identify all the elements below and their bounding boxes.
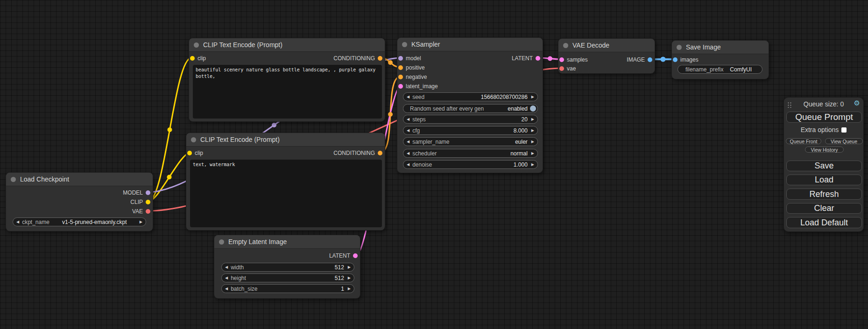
collapse-dot-icon[interactable]	[191, 137, 196, 142]
stepper-right-icon[interactable]: ▶	[531, 162, 534, 167]
load-default-button[interactable]: Load Default	[786, 217, 862, 228]
widget-value[interactable]: 512	[335, 275, 344, 281]
conditioning-output-dot[interactable]	[378, 56, 382, 61]
conditioning-input-dot[interactable]	[398, 65, 403, 70]
steps-widget[interactable]: ◀ steps 20 ▶	[403, 115, 538, 124]
input-slot-negative[interactable]: negative	[398, 74, 427, 80]
node-graph-canvas[interactable]: Load Checkpoint MODEL CLIP VAE ◀ ckpt_na…	[0, 0, 868, 329]
widget-value[interactable]: 1.000	[514, 161, 528, 168]
widget-value[interactable]: 20	[521, 116, 527, 123]
view-history-button[interactable]: View History	[805, 147, 844, 153]
image-input-dot[interactable]	[673, 57, 677, 62]
stepper-right-icon[interactable]: ▶	[348, 276, 351, 280]
scheduler-widget[interactable]: ◀ scheduler normal ▶	[403, 149, 538, 158]
input-slot-samples[interactable]: samples	[559, 57, 588, 63]
widget-value[interactable]: v1-5-pruned-emaonly.ckpt	[62, 219, 127, 225]
input-slot-clip[interactable]: clip	[190, 56, 206, 61]
widget-value[interactable]: normal	[510, 150, 528, 157]
refresh-button[interactable]: Refresh	[786, 189, 862, 200]
stepper-left-icon[interactable]: ◀	[225, 276, 228, 280]
random-seed-widget[interactable]: Random seed after every gen enabled	[403, 104, 538, 113]
output-slot-clip[interactable]: CLIP	[130, 199, 150, 205]
widget-value[interactable]: euler	[515, 139, 528, 145]
queue-front-button[interactable]: Queue Front	[786, 138, 821, 144]
filename-prefix-widget[interactable]: filename_prefix ComfyUI	[677, 65, 762, 74]
node-title-bar[interactable]: Save Image	[672, 41, 769, 54]
view-queue-button[interactable]: View Queue	[825, 138, 863, 144]
widget-value[interactable]: 1	[341, 286, 344, 292]
output-slot-latent[interactable]: LATENT	[512, 56, 540, 61]
input-slot-images[interactable]: images	[673, 57, 699, 63]
width-widget[interactable]: ◀ width 512 ▶	[221, 263, 354, 272]
input-slot-model[interactable]: model	[398, 56, 421, 61]
stepper-left-icon[interactable]: ◀	[407, 128, 409, 133]
node-save-image[interactable]: Save Image images filename_prefix ComfyU…	[671, 40, 769, 79]
input-slot-positive[interactable]: positive	[398, 65, 425, 70]
collapse-dot-icon[interactable]	[402, 42, 407, 47]
conditioning-input-dot[interactable]	[398, 75, 403, 79]
stepper-left-icon[interactable]: ◀	[16, 220, 19, 224]
output-slot-image[interactable]: IMAGE	[627, 57, 652, 63]
collapse-dot-icon[interactable]	[219, 239, 224, 245]
stepper-right-icon[interactable]: ▶	[531, 128, 534, 133]
cfg-widget[interactable]: ◀ cfg 8.000 ▶	[403, 126, 538, 135]
stepper-left-icon[interactable]: ◀	[407, 151, 409, 155]
widget-value[interactable]: ComfyUI	[730, 66, 752, 73]
clip-input-dot[interactable]	[190, 56, 195, 61]
input-slot-latent-image[interactable]: latent_image	[398, 84, 438, 89]
latent-input-dot[interactable]	[398, 84, 403, 89]
model-output-dot[interactable]	[146, 190, 150, 195]
widget-value[interactable]: enabled	[508, 105, 528, 112]
widget-value[interactable]: 512	[335, 264, 344, 271]
prompt-textarea[interactable]: text, watermark	[190, 160, 382, 227]
output-slot-vae[interactable]: VAE	[132, 209, 150, 214]
stepper-right-icon[interactable]: ▶	[348, 265, 351, 269]
collapse-dot-icon[interactable]	[677, 45, 682, 50]
node-clip-text-encode-positive[interactable]: CLIP Text Encode (Prompt) clip CONDITION…	[189, 38, 385, 122]
stepper-left-icon[interactable]: ◀	[225, 265, 228, 269]
latent-output-dot[interactable]	[536, 56, 540, 61]
clip-input-dot[interactable]	[187, 151, 192, 155]
node-title-bar[interactable]: Load Checkpoint	[6, 173, 153, 186]
output-slot-conditioning[interactable]: CONDITIONING	[333, 150, 382, 156]
batch-size-widget[interactable]: ◀ batch_size 1 ▶	[221, 284, 354, 293]
clip-output-dot[interactable]	[146, 200, 150, 204]
stepper-right-icon[interactable]: ▶	[140, 220, 142, 224]
stepper-left-icon[interactable]: ◀	[407, 117, 409, 121]
node-title-bar[interactable]: VAE Decode	[558, 39, 655, 52]
extra-options-checkbox[interactable]	[841, 127, 847, 133]
stepper-left-icon[interactable]: ◀	[407, 162, 409, 167]
latent-input-dot[interactable]	[559, 57, 564, 62]
stepper-right-icon[interactable]: ▶	[531, 151, 534, 155]
output-slot-conditioning[interactable]: CONDITIONING	[333, 56, 382, 61]
node-ksampler[interactable]: KSampler model positive negative latent_…	[397, 37, 543, 173]
collapse-dot-icon[interactable]	[563, 43, 568, 48]
save-button[interactable]: Save	[786, 161, 862, 171]
settings-gear-icon[interactable]: ⚙	[854, 99, 860, 106]
stepper-right-icon[interactable]: ▶	[531, 140, 534, 144]
stepper-left-icon[interactable]: ◀	[407, 140, 409, 144]
denoise-widget[interactable]: ◀ denoise 1.000 ▶	[403, 160, 538, 169]
sampler-name-widget[interactable]: ◀ sampler_name euler ▶	[403, 137, 538, 146]
load-button[interactable]: Load	[786, 175, 862, 185]
queue-prompt-button[interactable]: Queue Prompt	[786, 112, 862, 123]
node-title-bar[interactable]: KSampler	[397, 38, 543, 51]
node-title-bar[interactable]: CLIP Text Encode (Prompt)	[189, 38, 385, 52]
node-title-bar[interactable]: CLIP Text Encode (Prompt)	[186, 133, 385, 147]
toggle-knob-icon[interactable]	[530, 105, 536, 112]
node-vae-decode[interactable]: VAE Decode samples vae IMAGE	[558, 38, 655, 74]
clear-button[interactable]: Clear	[786, 203, 862, 214]
widget-value[interactable]: 156680208700286	[481, 94, 528, 100]
prompt-textarea[interactable]: beautiful scenery nature glass bottle la…	[193, 65, 382, 119]
image-output-dot[interactable]	[648, 57, 652, 62]
stepper-left-icon[interactable]: ◀	[225, 287, 228, 291]
stepper-left-icon[interactable]: ◀	[407, 95, 409, 99]
collapse-dot-icon[interactable]	[11, 177, 16, 182]
vae-input-dot[interactable]	[559, 66, 564, 71]
widget-value[interactable]: 8.000	[514, 127, 528, 134]
input-slot-vae[interactable]: vae	[559, 66, 576, 71]
model-input-dot[interactable]	[398, 56, 403, 61]
node-empty-latent-image[interactable]: Empty Latent Image LATENT ◀ width 512 ▶ …	[214, 235, 360, 299]
conditioning-output-dot[interactable]	[378, 151, 382, 155]
stepper-right-icon[interactable]: ▶	[348, 287, 351, 291]
